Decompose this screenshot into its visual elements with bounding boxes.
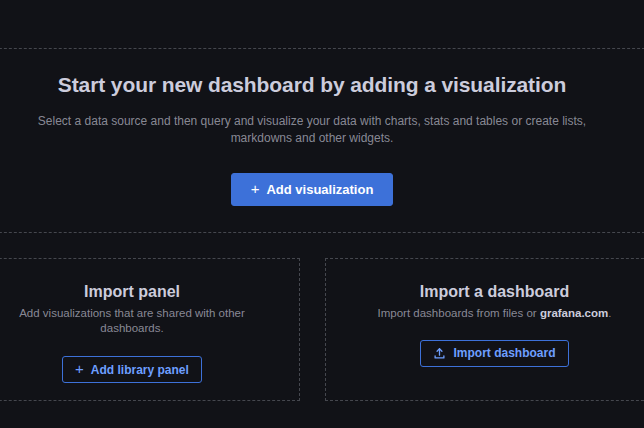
import-panel-title: Import panel — [84, 282, 180, 302]
cta-description: Select a data source and then query and … — [38, 113, 586, 147]
plus-icon: + — [251, 181, 260, 196]
cta-description-line1: Select a data source and then query and … — [38, 114, 586, 128]
new-dashboard-empty-state: Start your new dashboard by adding a vis… — [0, 0, 644, 428]
upload-icon — [433, 347, 446, 360]
add-library-panel-button-label: Add library panel — [91, 363, 189, 377]
plus-icon: + — [75, 361, 84, 376]
cta-title: Start your new dashboard by adding a vis… — [58, 71, 566, 99]
import-panel-description-line2: dashboards. — [100, 322, 163, 334]
import-panel-description: Add visualizations that are shared with … — [19, 306, 245, 335]
import-dashboard-description-suffix: . — [608, 307, 611, 319]
add-visualization-button[interactable]: + Add visualization — [231, 173, 394, 206]
import-dashboard-button-label: Import dashboard — [453, 346, 555, 360]
import-dashboard-tile: Import a dashboard Import dashboards fro… — [325, 258, 644, 401]
add-visualization-button-label: Add visualization — [266, 182, 373, 197]
add-library-panel-button[interactable]: + Add library panel — [62, 356, 202, 383]
add-visualization-cta-panel: Start your new dashboard by adding a vis… — [0, 48, 644, 233]
import-dashboard-title: Import a dashboard — [420, 282, 569, 302]
grafana-com-text: grafana.com — [540, 307, 608, 319]
cta-description-line2: markdowns and other widgets. — [231, 131, 394, 145]
import-dashboard-button[interactable]: Import dashboard — [420, 340, 568, 367]
import-panel-description-line1: Add visualizations that are shared with … — [19, 307, 245, 319]
import-panel-tile: Import panel Add visualizations that are… — [0, 258, 300, 401]
import-dashboard-description-prefix: Import dashboards from files or — [378, 307, 540, 319]
import-dashboard-description: Import dashboards from files or grafana.… — [378, 306, 612, 321]
